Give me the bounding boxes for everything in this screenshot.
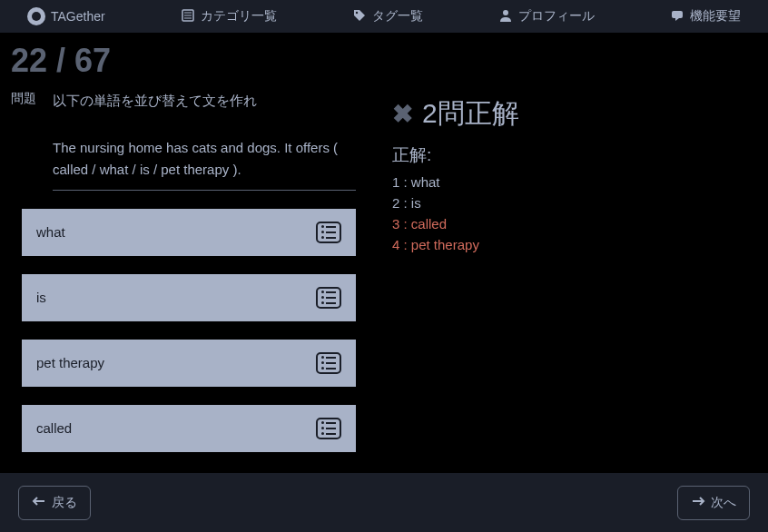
nav-profile[interactable]: プロフィール (498, 8, 595, 25)
question-sentence: The nursing home has cats and dogs. It o… (53, 137, 356, 191)
answer-text: called (36, 420, 72, 436)
logo-icon (27, 7, 45, 25)
answer-item[interactable]: is (22, 274, 356, 321)
chat-icon (670, 8, 684, 25)
answer-item[interactable]: pet therapy (22, 340, 356, 387)
correct-item: 2 : is (392, 195, 757, 211)
drag-handle-icon[interactable] (316, 287, 341, 309)
svg-point-5 (503, 10, 508, 15)
correct-item: 1 : what (392, 174, 757, 190)
back-button[interactable]: 戻る (18, 486, 91, 520)
nav-label: カテゴリ一覧 (201, 8, 277, 25)
answer-text: is (36, 290, 46, 305)
result-panel: ✖ 2問正解 正解: 1 : what 2 : is 3 : called 4 … (392, 91, 757, 470)
logo-text: TAGether (51, 9, 105, 24)
correct-item-wrong: 4 : pet therapy (392, 237, 757, 252)
correct-answer-label: 正解: (392, 143, 757, 167)
question-panel: 問題 以下の単語を並び替えて文を作れ The nursing home has … (11, 91, 356, 470)
drag-handle-icon[interactable] (316, 352, 341, 374)
question-instruction: 以下の単語を並び替えて文を作れ (53, 91, 356, 112)
nav-tags[interactable]: タグ一覧 (352, 8, 423, 25)
nav-feedback[interactable]: 機能要望 (670, 8, 741, 25)
answer-item[interactable]: what (22, 209, 356, 256)
answer-text: pet therapy (36, 355, 104, 370)
arrow-right-icon (691, 494, 705, 512)
svg-rect-6 (672, 11, 683, 18)
drag-handle-icon[interactable] (316, 222, 341, 243)
answer-item[interactable]: called (22, 405, 356, 452)
next-label: 次へ (711, 495, 736, 511)
svg-point-4 (356, 11, 358, 13)
nav-label: 機能要望 (690, 8, 741, 25)
question-label: 問題 (11, 91, 36, 107)
arrow-left-icon (32, 494, 46, 512)
footer: 戻る 次へ (0, 473, 768, 532)
answer-text: what (36, 224, 65, 240)
nav-category[interactable]: カテゴリ一覧 (181, 8, 277, 25)
back-label: 戻る (52, 495, 77, 511)
logo[interactable]: TAGether (27, 7, 105, 25)
nav-label: タグ一覧 (372, 8, 423, 25)
main-content: 22 / 67 問題 以下の単語を並び替えて文を作れ The nursing h… (0, 33, 768, 488)
list-icon (181, 8, 195, 25)
header: TAGether カテゴリ一覧 タグ一覧 プロフィール 機能要望 (0, 0, 768, 33)
progress-counter: 22 / 67 (11, 42, 757, 80)
user-icon (498, 8, 513, 25)
next-button[interactable]: 次へ (677, 486, 750, 520)
correct-item-wrong: 3 : called (392, 216, 757, 232)
result-title: 2問正解 (422, 95, 519, 133)
drag-handle-icon[interactable] (316, 418, 341, 439)
incorrect-icon: ✖ (392, 99, 413, 129)
tag-icon (352, 8, 367, 25)
nav-label: プロフィール (518, 8, 595, 25)
sortable-answers: what is pet therapy (11, 209, 356, 452)
